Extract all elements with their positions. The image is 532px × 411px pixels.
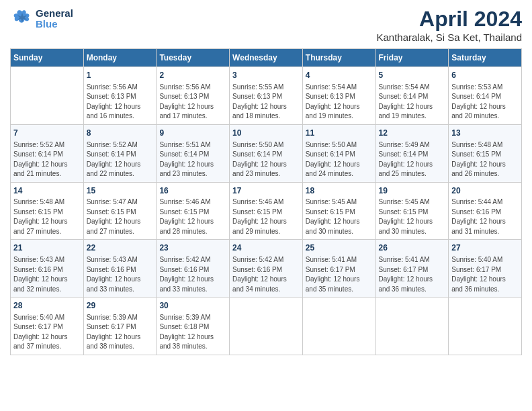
day-info: Sunrise: 5:43 AM Sunset: 6:16 PM Dayligh… bbox=[13, 255, 81, 294]
day-info: Sunrise: 5:56 AM Sunset: 6:13 PM Dayligh… bbox=[87, 83, 154, 122]
main-title: April 2024 bbox=[376, 7, 522, 32]
calendar-cell: 10Sunrise: 5:50 AM Sunset: 6:14 PM Dayli… bbox=[230, 124, 303, 182]
calendar-week-1: 1Sunrise: 5:56 AM Sunset: 6:13 PM Daylig… bbox=[11, 67, 522, 125]
day-number: 17 bbox=[232, 185, 300, 197]
day-info: Sunrise: 5:45 AM Sunset: 6:15 PM Dayligh… bbox=[306, 197, 373, 236]
day-number: 1 bbox=[87, 70, 154, 81]
day-number: 20 bbox=[451, 185, 519, 197]
day-number: 4 bbox=[306, 70, 373, 81]
col-wednesday: Wednesday bbox=[230, 49, 303, 67]
day-number: 22 bbox=[87, 242, 154, 254]
calendar-cell: 13Sunrise: 5:48 AM Sunset: 6:15 PM Dayli… bbox=[449, 124, 522, 182]
day-info: Sunrise: 5:56 AM Sunset: 6:13 PM Dayligh… bbox=[159, 83, 226, 122]
calendar-week-2: 7Sunrise: 5:52 AM Sunset: 6:14 PM Daylig… bbox=[11, 124, 522, 182]
calendar-week-5: 28Sunrise: 5:40 AM Sunset: 6:17 PM Dayli… bbox=[11, 298, 522, 355]
day-info: Sunrise: 5:45 AM Sunset: 6:15 PM Dayligh… bbox=[379, 197, 446, 236]
day-number: 16 bbox=[159, 185, 226, 197]
day-info: Sunrise: 5:40 AM Sunset: 6:17 PM Dayligh… bbox=[13, 313, 81, 352]
day-info: Sunrise: 5:54 AM Sunset: 6:14 PM Dayligh… bbox=[379, 83, 446, 122]
day-info: Sunrise: 5:52 AM Sunset: 6:14 PM Dayligh… bbox=[13, 140, 81, 179]
calendar-cell bbox=[375, 298, 449, 355]
day-number: 25 bbox=[306, 242, 373, 254]
calendar-cell: 16Sunrise: 5:46 AM Sunset: 6:15 PM Dayli… bbox=[157, 182, 230, 240]
calendar-cell bbox=[230, 298, 303, 355]
day-number: 8 bbox=[87, 128, 154, 139]
calendar-cell: 8Sunrise: 5:52 AM Sunset: 6:14 PM Daylig… bbox=[83, 124, 157, 182]
day-info: Sunrise: 5:43 AM Sunset: 6:16 PM Dayligh… bbox=[87, 255, 154, 294]
logo-general: General bbox=[36, 8, 73, 19]
header-row: Sunday Monday Tuesday Wednesday Thursday… bbox=[11, 49, 522, 67]
day-info: Sunrise: 5:47 AM Sunset: 6:15 PM Dayligh… bbox=[87, 197, 154, 236]
calendar-cell: 26Sunrise: 5:41 AM Sunset: 6:17 PM Dayli… bbox=[375, 240, 449, 298]
calendar-cell: 23Sunrise: 5:42 AM Sunset: 6:16 PM Dayli… bbox=[157, 240, 230, 298]
day-info: Sunrise: 5:51 AM Sunset: 6:14 PM Dayligh… bbox=[159, 140, 226, 179]
day-info: Sunrise: 5:49 AM Sunset: 6:14 PM Dayligh… bbox=[379, 140, 446, 179]
day-info: Sunrise: 5:48 AM Sunset: 6:15 PM Dayligh… bbox=[451, 140, 519, 179]
day-number: 26 bbox=[379, 242, 446, 254]
calendar-cell: 7Sunrise: 5:52 AM Sunset: 6:14 PM Daylig… bbox=[11, 124, 84, 182]
calendar-cell: 30Sunrise: 5:39 AM Sunset: 6:18 PM Dayli… bbox=[157, 298, 230, 355]
col-thursday: Thursday bbox=[302, 49, 375, 67]
calendar-cell: 18Sunrise: 5:45 AM Sunset: 6:15 PM Dayli… bbox=[302, 182, 375, 240]
day-info: Sunrise: 5:41 AM Sunset: 6:17 PM Dayligh… bbox=[379, 255, 446, 294]
calendar-week-3: 14Sunrise: 5:48 AM Sunset: 6:15 PM Dayli… bbox=[11, 182, 522, 240]
calendar-table: Sunday Monday Tuesday Wednesday Thursday… bbox=[10, 48, 522, 355]
calendar-cell: 21Sunrise: 5:43 AM Sunset: 6:16 PM Dayli… bbox=[11, 240, 84, 298]
calendar-week-4: 21Sunrise: 5:43 AM Sunset: 6:16 PM Dayli… bbox=[11, 240, 522, 298]
page-header: General Blue April 2024 Kantharalak, Si … bbox=[10, 7, 522, 43]
col-saturday: Saturday bbox=[449, 49, 522, 67]
col-friday: Friday bbox=[375, 49, 449, 67]
calendar-cell: 27Sunrise: 5:40 AM Sunset: 6:17 PM Dayli… bbox=[449, 240, 522, 298]
day-number: 18 bbox=[306, 185, 373, 197]
calendar-cell: 29Sunrise: 5:39 AM Sunset: 6:17 PM Dayli… bbox=[83, 298, 157, 355]
day-info: Sunrise: 5:44 AM Sunset: 6:16 PM Dayligh… bbox=[451, 197, 519, 236]
calendar-cell: 4Sunrise: 5:54 AM Sunset: 6:13 PM Daylig… bbox=[302, 67, 375, 125]
calendar-cell: 20Sunrise: 5:44 AM Sunset: 6:16 PM Dayli… bbox=[449, 182, 522, 240]
calendar-cell: 12Sunrise: 5:49 AM Sunset: 6:14 PM Dayli… bbox=[375, 124, 449, 182]
calendar-cell: 5Sunrise: 5:54 AM Sunset: 6:14 PM Daylig… bbox=[375, 67, 449, 125]
day-number: 14 bbox=[13, 185, 81, 197]
calendar-cell bbox=[11, 67, 84, 125]
logo-blue: Blue bbox=[36, 19, 73, 30]
calendar-cell: 25Sunrise: 5:41 AM Sunset: 6:17 PM Dayli… bbox=[302, 240, 375, 298]
day-number: 21 bbox=[13, 242, 81, 254]
calendar-cell: 28Sunrise: 5:40 AM Sunset: 6:17 PM Dayli… bbox=[11, 298, 84, 355]
day-info: Sunrise: 5:39 AM Sunset: 6:17 PM Dayligh… bbox=[87, 313, 154, 352]
calendar-cell: 3Sunrise: 5:55 AM Sunset: 6:13 PM Daylig… bbox=[230, 67, 303, 125]
logo-icon bbox=[10, 7, 34, 31]
title-block: April 2024 Kantharalak, Si Sa Ket, Thail… bbox=[376, 7, 522, 43]
col-tuesday: Tuesday bbox=[157, 49, 230, 67]
day-number: 7 bbox=[13, 128, 81, 139]
day-number: 9 bbox=[159, 128, 226, 139]
day-info: Sunrise: 5:50 AM Sunset: 6:14 PM Dayligh… bbox=[232, 140, 300, 179]
calendar-cell: 22Sunrise: 5:43 AM Sunset: 6:16 PM Dayli… bbox=[83, 240, 157, 298]
calendar-cell: 24Sunrise: 5:42 AM Sunset: 6:16 PM Dayli… bbox=[230, 240, 303, 298]
calendar-cell: 2Sunrise: 5:56 AM Sunset: 6:13 PM Daylig… bbox=[157, 67, 230, 125]
day-info: Sunrise: 5:41 AM Sunset: 6:17 PM Dayligh… bbox=[306, 255, 373, 294]
day-number: 19 bbox=[379, 185, 446, 197]
day-info: Sunrise: 5:48 AM Sunset: 6:15 PM Dayligh… bbox=[13, 197, 81, 236]
day-info: Sunrise: 5:46 AM Sunset: 6:15 PM Dayligh… bbox=[159, 197, 226, 236]
day-info: Sunrise: 5:53 AM Sunset: 6:14 PM Dayligh… bbox=[451, 83, 519, 122]
day-number: 24 bbox=[232, 242, 300, 254]
day-info: Sunrise: 5:55 AM Sunset: 6:13 PM Dayligh… bbox=[232, 83, 300, 122]
logo: General Blue bbox=[10, 7, 73, 31]
calendar-cell: 15Sunrise: 5:47 AM Sunset: 6:15 PM Dayli… bbox=[83, 182, 157, 240]
day-number: 5 bbox=[379, 70, 446, 81]
day-number: 3 bbox=[232, 70, 300, 81]
day-number: 15 bbox=[87, 185, 154, 197]
day-info: Sunrise: 5:46 AM Sunset: 6:15 PM Dayligh… bbox=[232, 197, 300, 236]
day-number: 2 bbox=[159, 70, 226, 81]
calendar-cell bbox=[302, 298, 375, 355]
calendar-cell: 14Sunrise: 5:48 AM Sunset: 6:15 PM Dayli… bbox=[11, 182, 84, 240]
day-info: Sunrise: 5:40 AM Sunset: 6:17 PM Dayligh… bbox=[451, 255, 519, 294]
day-number: 12 bbox=[379, 128, 446, 139]
day-number: 30 bbox=[159, 300, 226, 312]
col-sunday: Sunday bbox=[11, 49, 84, 67]
day-info: Sunrise: 5:42 AM Sunset: 6:16 PM Dayligh… bbox=[232, 255, 300, 294]
calendar-cell: 1Sunrise: 5:56 AM Sunset: 6:13 PM Daylig… bbox=[83, 67, 157, 125]
col-monday: Monday bbox=[83, 49, 157, 67]
day-number: 28 bbox=[13, 300, 81, 312]
day-number: 13 bbox=[451, 128, 519, 139]
calendar-cell: 11Sunrise: 5:50 AM Sunset: 6:14 PM Dayli… bbox=[302, 124, 375, 182]
